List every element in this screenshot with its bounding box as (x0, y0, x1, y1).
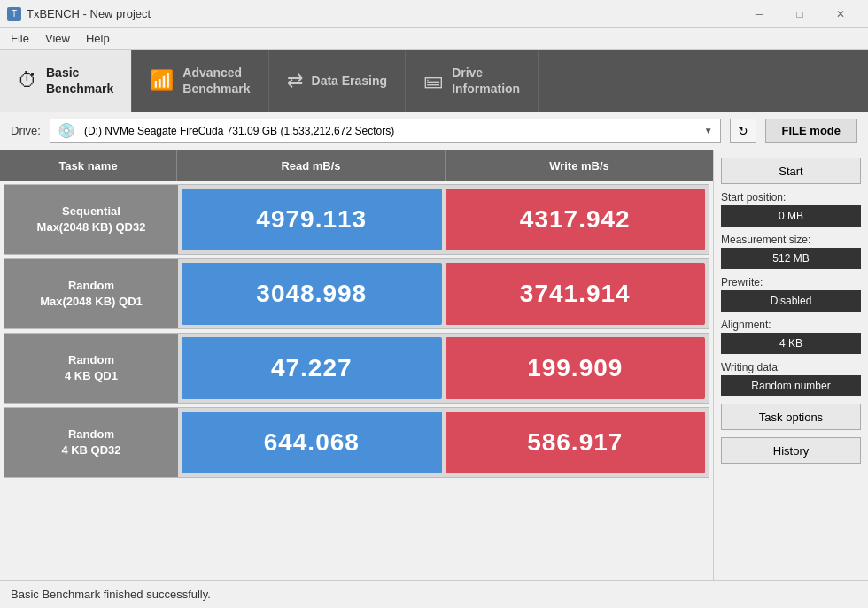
read-cell-0: 4979.113 (182, 189, 442, 250)
start-position-value: 0 MB (721, 205, 861, 227)
measurement-size-label: Measurement size: (721, 234, 861, 246)
drive-select[interactable]: 💿 (D:) NVMe Seagate FireCuda 731.09 GB (… (50, 119, 721, 143)
title-bar-left: T TxBENCH - New project (7, 7, 151, 21)
read-cell-3: 644.068 (182, 412, 442, 473)
task-name-0: SequentialMax(2048 KB) QD32 (37, 204, 146, 235)
tab-drive-information-label: DriveInformation (452, 65, 520, 96)
alignment-label: Alignment: (721, 319, 861, 331)
table-row: RandomMax(2048 KB) QD1 3048.998 3741.914 (4, 258, 709, 329)
drive-dropdown-arrow: ▼ (704, 126, 713, 135)
benchmark-rows: SequentialMax(2048 KB) QD32 4979.113 431… (0, 181, 713, 481)
task-cell-2: Random4 KB QD1 (4, 334, 178, 403)
start-position-label: Start position: (721, 191, 861, 204)
task-cell-1: RandomMax(2048 KB) QD1 (4, 259, 178, 328)
alignment-value: 4 KB (721, 333, 861, 354)
start-button[interactable]: Start (721, 158, 861, 184)
menu-view[interactable]: View (38, 30, 77, 47)
data-erasing-icon: ⇄ (287, 71, 303, 90)
minimize-button[interactable]: ─ (739, 0, 779, 28)
table-row: Random4 KB QD32 644.068 586.917 (4, 407, 709, 478)
task-cell-3: Random4 KB QD32 (4, 408, 178, 477)
drive-refresh-button[interactable]: ↻ (730, 119, 756, 143)
read-cell-2: 47.227 (182, 337, 442, 399)
prewrite-value: Disabled (721, 290, 861, 312)
benchmark-area: Task name Read mB/s Write mB/s Sequentia… (0, 150, 713, 580)
task-name-2: Random4 KB QD1 (65, 352, 118, 384)
advanced-benchmark-icon: 📶 (150, 71, 174, 90)
drive-row: Drive: 💿 (D:) NVMe Seagate FireCuda 731.… (0, 112, 868, 150)
header-write: Write mB/s (446, 150, 713, 181)
tab-basic-benchmark-label: BasicBenchmark (46, 65, 113, 96)
write-value-0: 4317.942 (520, 205, 631, 234)
maximize-button[interactable]: □ (779, 0, 820, 28)
header-read: Read mB/s (177, 150, 446, 181)
task-options-button[interactable]: Task options (721, 404, 861, 430)
menu-bar: File View Help (0, 28, 868, 50)
write-value-1: 3741.914 (520, 280, 631, 308)
write-cell-2: 199.909 (446, 337, 706, 399)
main-area: Task name Read mB/s Write mB/s Sequentia… (0, 150, 868, 580)
write-cell-3: 586.917 (446, 412, 706, 473)
menu-help[interactable]: Help (79, 30, 117, 47)
table-header: Task name Read mB/s Write mB/s (0, 150, 713, 181)
status-text: Basic Benchmark finished successfully. (11, 588, 211, 601)
tab-basic-benchmark[interactable]: ⏱ BasicBenchmark (0, 50, 132, 112)
window-controls: ─ □ ✕ (739, 0, 861, 28)
read-cell-1: 3048.998 (182, 263, 442, 325)
write-value-3: 586.917 (527, 428, 623, 457)
write-cell-1: 3741.914 (446, 263, 706, 325)
tab-data-erasing[interactable]: ⇄ Data Erasing (269, 50, 407, 112)
status-bar: Basic Benchmark finished successfully. (0, 580, 868, 608)
read-value-2: 47.227 (271, 354, 353, 382)
task-name-3: Random4 KB QD32 (61, 427, 120, 458)
prewrite-label: Prewrite: (721, 276, 861, 289)
read-value-3: 644.068 (264, 428, 360, 457)
close-button[interactable]: ✕ (820, 0, 861, 28)
drive-label: Drive: (11, 124, 41, 137)
task-cell-0: SequentialMax(2048 KB) QD32 (4, 185, 178, 254)
measurement-size-value: 512 MB (721, 248, 861, 269)
menu-file[interactable]: File (4, 30, 36, 47)
tab-bar: ⏱ BasicBenchmark 📶 AdvancedBenchmark ⇄ D… (0, 50, 868, 112)
tab-drive-information[interactable]: 🖴 DriveInformation (406, 50, 539, 112)
drive-information-icon: 🖴 (423, 71, 443, 90)
header-task-name: Task name (0, 150, 177, 181)
drive-select-text: (D:) NVMe Seagate FireCuda 731.09 GB (1,… (84, 125, 394, 137)
app-icon: T (7, 7, 21, 21)
title-bar: T TxBENCH - New project ─ □ ✕ (0, 0, 868, 28)
drive-select-icon: 💿 (58, 122, 75, 139)
window-title: TxBENCH - New project (27, 7, 151, 20)
tab-advanced-benchmark-label: AdvancedBenchmark (182, 65, 250, 96)
file-mode-button[interactable]: FILE mode (765, 119, 857, 143)
table-row: Random4 KB QD1 47.227 199.909 (4, 333, 709, 404)
task-name-1: RandomMax(2048 KB) QD1 (40, 278, 143, 310)
tab-advanced-benchmark[interactable]: 📶 AdvancedBenchmark (132, 50, 268, 112)
read-value-1: 3048.998 (256, 280, 367, 308)
write-value-2: 199.909 (527, 354, 623, 382)
writing-data-value: Random number (721, 375, 861, 396)
basic-benchmark-icon: ⏱ (18, 71, 37, 90)
write-cell-0: 4317.942 (446, 189, 706, 250)
writing-data-label: Writing data: (721, 361, 861, 373)
table-row: SequentialMax(2048 KB) QD32 4979.113 431… (4, 184, 709, 255)
read-value-0: 4979.113 (256, 205, 367, 234)
history-button[interactable]: History (721, 437, 861, 464)
tab-data-erasing-label: Data Erasing (312, 73, 388, 89)
right-panel: Start Start position: 0 MB Measurement s… (713, 150, 868, 580)
